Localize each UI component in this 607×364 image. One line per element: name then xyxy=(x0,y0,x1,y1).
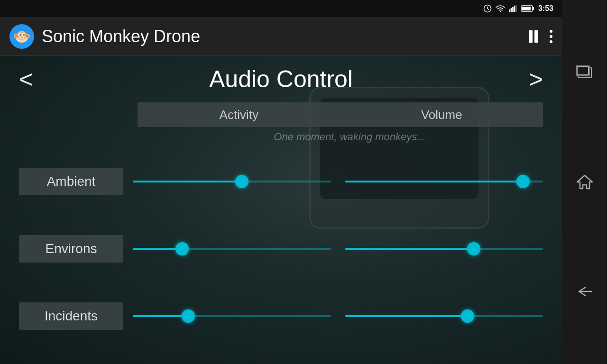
slider-thumb[interactable] xyxy=(467,242,480,255)
status-bar: 3:53 xyxy=(0,0,562,17)
home-button[interactable] xyxy=(573,170,597,194)
slider-fill xyxy=(345,181,524,182)
header-actions xyxy=(529,30,552,43)
slider-fill xyxy=(133,315,188,317)
back-button[interactable] xyxy=(573,282,597,301)
content-area: < Audio Control > Activity Volume One mo… xyxy=(0,56,562,364)
clock-icon xyxy=(483,4,492,13)
app-header: Sonic Monkey Drone xyxy=(0,17,562,56)
inner-panel: < Audio Control > Activity Volume One mo… xyxy=(0,56,562,364)
dot-2 xyxy=(550,35,552,38)
slider-environs-activity[interactable] xyxy=(133,242,331,255)
svg-rect-23 xyxy=(576,65,589,76)
pause-bar-right xyxy=(534,30,538,43)
slider-track xyxy=(345,248,543,250)
nav-prev-button[interactable]: < xyxy=(19,67,33,91)
right-sidebar xyxy=(562,0,607,364)
wifi-icon xyxy=(496,5,505,12)
slider-row-environs: Environs xyxy=(19,235,543,263)
tab-activity[interactable]: Activity xyxy=(138,102,340,127)
slider-track xyxy=(133,181,331,182)
slider-fill xyxy=(133,248,182,250)
slider-fill xyxy=(133,181,242,182)
svg-rect-8 xyxy=(533,7,534,10)
svg-point-15 xyxy=(19,34,21,36)
svg-marker-25 xyxy=(577,175,592,189)
sliders-pair-ambient xyxy=(133,175,543,188)
sliders-area: Ambient xyxy=(0,143,562,364)
slider-ambient-volume[interactable] xyxy=(345,175,543,188)
slider-fill xyxy=(345,248,474,250)
slider-environs-volume[interactable] xyxy=(345,242,543,255)
svg-rect-4 xyxy=(512,7,514,12)
slider-thumb[interactable] xyxy=(516,175,530,188)
svg-rect-9 xyxy=(522,7,531,10)
slider-track xyxy=(345,181,543,182)
svg-point-1 xyxy=(500,11,501,12)
svg-rect-2 xyxy=(509,9,510,12)
label-incidents[interactable]: Incidents xyxy=(19,302,123,330)
svg-rect-5 xyxy=(514,6,515,12)
dot-3 xyxy=(550,40,552,43)
recent-apps-icon xyxy=(576,65,593,80)
app-title: Sonic Monkey Drone xyxy=(42,27,200,46)
back-icon xyxy=(576,285,593,298)
app-icon xyxy=(9,24,34,49)
slider-thumb[interactable] xyxy=(461,309,474,323)
pause-bar-left xyxy=(529,30,533,43)
slider-track xyxy=(345,315,543,317)
slider-fill xyxy=(345,315,468,317)
recent-apps-button[interactable] xyxy=(573,63,597,82)
label-ambient[interactable]: Ambient xyxy=(19,168,123,195)
svg-point-21 xyxy=(26,35,29,37)
home-icon xyxy=(576,173,593,191)
pause-button[interactable] xyxy=(529,30,538,43)
battery-icon xyxy=(521,5,534,12)
nav-row: < Audio Control > xyxy=(0,56,562,102)
slider-track xyxy=(133,315,331,317)
status-message: One moment, waking monkeys... xyxy=(138,131,562,143)
slider-thumb[interactable] xyxy=(235,175,248,188)
slider-ambient-activity[interactable] xyxy=(133,175,331,188)
slider-thumb[interactable] xyxy=(175,242,189,255)
slider-incidents-volume[interactable] xyxy=(345,309,543,323)
slider-row-incidents: Incidents xyxy=(19,302,543,330)
nav-next-button[interactable]: > xyxy=(529,67,543,91)
signal-icon xyxy=(509,5,517,12)
dot-1 xyxy=(550,30,552,33)
svg-point-16 xyxy=(23,34,25,36)
page-title: Audio Control xyxy=(209,65,353,93)
sliders-pair-environs xyxy=(133,242,543,255)
status-icons: 3:53 xyxy=(483,4,553,13)
slider-thumb[interactable] xyxy=(182,309,195,323)
slider-row-ambient: Ambient xyxy=(19,168,543,195)
sliders-pair-incidents xyxy=(133,309,543,323)
svg-rect-3 xyxy=(511,8,512,12)
label-environs[interactable]: Environs xyxy=(19,235,123,263)
svg-point-20 xyxy=(15,35,18,37)
slider-incidents-activity[interactable] xyxy=(133,309,331,323)
header-left: Sonic Monkey Drone xyxy=(9,24,200,49)
more-menu-button[interactable] xyxy=(550,30,552,43)
svg-rect-6 xyxy=(515,5,517,12)
slider-track xyxy=(133,248,331,250)
tab-row: Activity Volume xyxy=(138,102,543,127)
status-time: 3:53 xyxy=(538,4,553,13)
tab-volume[interactable]: Volume xyxy=(340,102,543,127)
